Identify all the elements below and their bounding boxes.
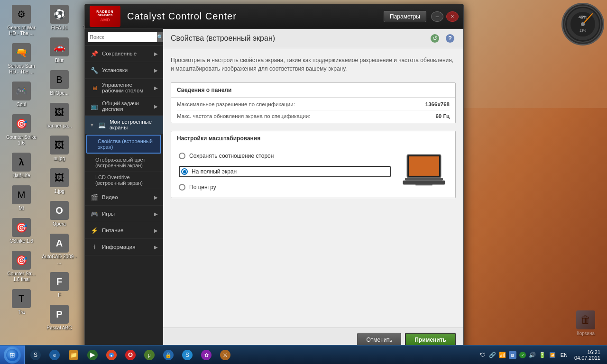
taskbar-media[interactable]: ▶ [83, 347, 101, 363]
taskbar-skype[interactable]: S [178, 347, 196, 363]
radio-fullscreen[interactable]: На полный экран [179, 166, 391, 177]
radio-center-btn[interactable] [179, 184, 185, 191]
speedometer-widget: 49% 13% [561, 3, 604, 46]
tray-network2[interactable]: 📶 [548, 351, 557, 359]
minimize-button[interactable]: – [431, 11, 443, 22]
radio-center[interactable]: По центру [179, 184, 391, 191]
svg-text:e: e [53, 352, 56, 358]
desktop-icon-cs[interactable]: 🎯 Counter Strike 1.6 [3, 112, 40, 148]
banner-icon: 🖼 [50, 103, 69, 122]
fifa-icon: ⚽ [50, 5, 69, 24]
desktop-icon-bi[interactable]: B Bi Ope... [41, 68, 78, 98]
mi-icon: M [12, 185, 31, 204]
taskbar-explorer[interactable]: 📁 [64, 347, 83, 363]
display-tasks-icon: 📺 [90, 101, 99, 111]
my-displays-icon: 💻 [97, 120, 107, 129]
desktop-icon-cou[interactable]: 🎮 Coul [3, 80, 40, 109]
language-indicator[interactable]: EN [559, 352, 570, 358]
nav-power[interactable]: ⚡ Питание ▶ [85, 222, 163, 239]
nav-install-label: Установки [102, 67, 151, 73]
desktop-icon-hl[interactable]: λ Half-Life [3, 151, 40, 181]
max-freq-value: 60 Гц [435, 113, 450, 119]
taskbar-security[interactable]: 🔒 [159, 347, 177, 363]
tray-battery[interactable]: 🔋 [538, 351, 547, 359]
taskbar-steam[interactable]: S [27, 347, 45, 363]
params-button[interactable]: Параметры [384, 11, 426, 22]
taskbar: ⊞ S e 📁 [0, 345, 607, 364]
nav-desktop-mgmt[interactable]: 🖥 Управление рабочим столом ▶ [85, 79, 163, 97]
description-text: Просмотреть и настроить свойства экрана,… [171, 56, 456, 73]
close-button[interactable]: × [446, 11, 459, 22]
desktop-icon-banner[interactable]: 🖼 banner pa... [41, 101, 78, 131]
taskbar-ie[interactable]: e [46, 347, 64, 363]
taskbar-game2[interactable]: ✿ [197, 347, 215, 363]
nav-my-displays[interactable]: ▼ 💻 Мои встроенные экраны [85, 116, 163, 134]
desktop-icon-gears[interactable]: ⚙ Gears of War HD - The ... [3, 3, 40, 38]
nav-display-color[interactable]: Отображаемый цвет (встроенный экран) [85, 154, 163, 172]
system-clock[interactable]: 16:21 04.07.2011 [571, 349, 603, 361]
amd-logo: RADEON GRAPHICS AMD [90, 6, 120, 27]
nav-install[interactable]: 🔧 Установки ▶ [85, 62, 163, 79]
desktop-icon-cstrike2[interactable]: 🎯 CStrike 1.6 [3, 216, 40, 246]
taskbar-opera[interactable]: O [121, 347, 139, 363]
nav-lcd-overdrive[interactable]: LCD Overdrive (встроенный экран) [85, 172, 163, 189]
banner-label: banner pa... [46, 123, 72, 129]
desktop-icon-pascal[interactable]: P Pascal ABC [41, 303, 78, 333]
radio-keep-ratio[interactable]: Сохранять соотношение сторон [179, 153, 391, 159]
scaling-box: Настройки масштабирования Сохранять соот… [171, 131, 456, 198]
svg-rect-10 [409, 156, 439, 176]
nav-info[interactable]: ℹ Информация ▶ [85, 239, 163, 255]
desktop-icon-ljpg[interactable]: 🖼 ш.jpg [41, 134, 78, 164]
help-icon[interactable]: ? [444, 33, 456, 44]
taskbar-chrome[interactable]: ● [102, 347, 120, 363]
sam-label: Serious Sam HD - The ... [4, 64, 39, 75]
svg-text:⊞: ⊞ [9, 351, 15, 359]
desktop-icon-autocad[interactable]: A AutoCAD 2009 - ... [41, 232, 78, 267]
recycle-bin-icon[interactable]: 🗑 Корзина [567, 309, 604, 338]
search-input[interactable] [88, 32, 157, 42]
radio-fullscreen-btn[interactable] [181, 168, 188, 175]
desktop-icon-fifa[interactable]: ⚽ FIFA 11 [41, 3, 78, 33]
desktop-icon-blur[interactable]: 🚗 Blur [41, 36, 78, 65]
tray-kaspersky[interactable]: ✓ [518, 351, 527, 359]
tray-wifi[interactable]: 📶 [498, 351, 507, 359]
tray-antivirus[interactable]: 🛡 [478, 351, 487, 359]
svg-text:●: ● [110, 354, 113, 358]
nav-saved[interactable]: 📌 Сохраненные ▶ [85, 46, 163, 62]
tray-vk[interactable]: В [508, 351, 517, 359]
desktop-icon-tra[interactable]: T Tra [3, 287, 40, 317]
nav-display-tasks[interactable]: 📺 Общий задачи дисплея ▶ [85, 97, 163, 116]
nav-games[interactable]: 🎮 Игры ▶ [85, 206, 163, 222]
desktop-icon-sam[interactable]: 🔫 Serious Sam HD - The ... [3, 41, 40, 77]
tray-network[interactable]: 🔗 [488, 351, 497, 359]
nav-display-props[interactable]: Свойства (встроенный экран) [86, 135, 161, 154]
desktop-icon-f[interactable]: F F [41, 270, 78, 300]
svg-text:📁: 📁 [70, 351, 77, 358]
start-button[interactable]: ⊞ [0, 346, 25, 364]
panel-info-title: Сведения о панели [171, 83, 455, 98]
desktop-icon-1jpg[interactable]: 🖼 1.jpg [41, 166, 78, 196]
taskbar-torrent[interactable]: μ [140, 347, 158, 363]
nav-info-label: Информация [102, 244, 151, 250]
desktop-icon-csf[interactable]: 🎯 Counter Str... 1.6 final [3, 249, 40, 284]
info-arrow: ▶ [154, 245, 158, 250]
search-button[interactable]: 🔍 [157, 32, 163, 42]
tray-sound[interactable]: 🔊 [528, 351, 537, 359]
header-icons: ↺ ? [429, 33, 456, 44]
nav-video[interactable]: 🎬 Видео ▶ [85, 189, 163, 206]
desktop-icon-mi[interactable]: M Mi [3, 183, 40, 213]
nav-games-label: Игры [102, 211, 151, 217]
taskbar-apps: S e 📁 ▶ [25, 346, 236, 364]
ccc-window: RADEON GRAPHICS AMD Catalyst Control Cen… [84, 4, 464, 352]
refresh-icon[interactable]: ↺ [429, 33, 441, 44]
max-res-row: Максимальное разрешение по спецификации:… [177, 101, 450, 110]
saved-icon: 📌 [90, 49, 99, 58]
svg-text:S: S [185, 352, 189, 358]
app-title: Catalyst Control Center [127, 11, 384, 22]
radio-keep-ratio-btn[interactable] [179, 153, 185, 159]
start-orb: ⊞ [4, 346, 21, 364]
my-displays-arrow-down: ▼ [90, 122, 94, 127]
display-tasks-arrow: ▶ [154, 104, 158, 109]
desktop-icon-opera[interactable]: O Opera [41, 199, 78, 229]
taskbar-sword[interactable]: ⚔ [216, 347, 234, 363]
